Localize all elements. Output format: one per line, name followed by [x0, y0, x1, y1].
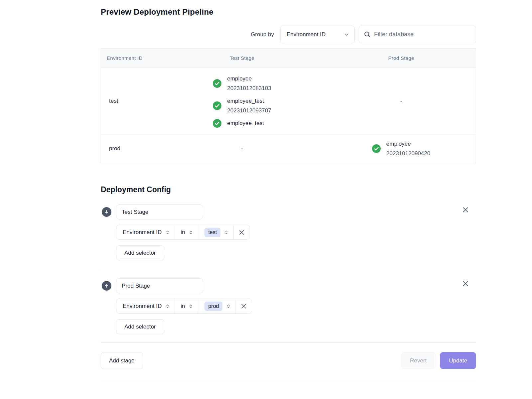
- database-version: 20231012093707: [227, 106, 271, 115]
- database-item[interactable]: employee 20231012083103: [213, 74, 271, 93]
- database-version: 20231012083103: [227, 83, 271, 93]
- deployment-config-title: Deployment Config: [101, 185, 476, 194]
- database-item[interactable]: employee_test: [213, 118, 264, 128]
- filter-database-box: [359, 26, 476, 43]
- add-selector-button[interactable]: Add selector: [116, 245, 164, 260]
- update-button[interactable]: Update: [440, 352, 476, 369]
- prod-stage-cell-empty: -: [327, 68, 476, 134]
- footer-actions: Add stage Revert Update: [101, 352, 476, 369]
- success-check-icon: [213, 119, 221, 128]
- database-list: employee 20231012090420: [372, 139, 430, 158]
- database-list: employee 20231012083103 employee_test 20…: [213, 74, 271, 128]
- group-by-label: Group by: [251, 31, 274, 38]
- filter-database-input[interactable]: [374, 31, 471, 38]
- config-footer-divider: [101, 342, 476, 343]
- database-name: employee_test: [227, 118, 264, 128]
- selector-row: Environment ID in test: [116, 225, 250, 240]
- stage-name-input[interactable]: [116, 204, 203, 219]
- prod-stage-cell: employee 20231012090420: [327, 134, 476, 163]
- chevron-updown-icon: [165, 304, 170, 309]
- remove-selector-button[interactable]: [233, 225, 250, 239]
- success-check-icon: [213, 79, 221, 88]
- selector-operator-select[interactable]: in: [175, 225, 198, 239]
- page-bottom-divider: [101, 381, 476, 381]
- pipeline-table-header: Environment ID Test Stage Prod Stage: [101, 49, 476, 68]
- add-stage-button[interactable]: Add stage: [101, 352, 143, 369]
- database-name: employee: [386, 139, 430, 149]
- column-header-environment-id: Environment ID: [101, 49, 158, 67]
- remove-stage-button[interactable]: [461, 205, 470, 214]
- search-icon: [364, 31, 371, 38]
- database-item[interactable]: employee_test 20231012093707: [213, 96, 271, 115]
- selector-value-badge: prod: [204, 302, 222, 311]
- close-icon: [240, 303, 247, 310]
- database-name: employee_test: [227, 96, 271, 106]
- success-check-icon: [213, 101, 221, 110]
- selector-value-select[interactable]: test: [198, 225, 233, 239]
- environment-id-cell: prod: [101, 134, 158, 163]
- close-icon: [238, 229, 245, 236]
- revert-button[interactable]: Revert: [401, 352, 436, 369]
- selector-operator-select[interactable]: in: [175, 299, 198, 313]
- table-controls: Group by Environment ID: [101, 26, 476, 43]
- arrow-down-circle-icon: [102, 207, 111, 217]
- environment-id-cell: test: [101, 68, 158, 134]
- database-name: employee: [227, 74, 271, 83]
- selector-value-select[interactable]: prod: [198, 299, 235, 313]
- column-header-test-stage: Test Stage: [158, 49, 327, 67]
- chevron-updown-icon: [188, 230, 194, 235]
- table-row: prod - employee 20231012090420: [101, 134, 476, 163]
- selector-key-select[interactable]: Environment ID: [116, 299, 175, 313]
- chevron-down-icon: [343, 31, 350, 38]
- remove-stage-button[interactable]: [461, 279, 470, 288]
- chevron-updown-icon: [224, 230, 229, 235]
- remove-selector-button[interactable]: [235, 299, 252, 313]
- test-stage-cell: employee 20231012083103 employee_test 20…: [158, 68, 327, 134]
- table-row: test employee 20231012083103: [101, 68, 476, 134]
- pipeline-table: Environment ID Test Stage Prod Stage tes…: [101, 48, 476, 163]
- test-stage-cell-empty: -: [158, 134, 327, 163]
- group-by-select[interactable]: Environment ID: [280, 26, 355, 43]
- selector-row: Environment ID in prod: [116, 299, 252, 314]
- stage-config-prod: Environment ID in prod: [101, 278, 476, 334]
- group-by-selected-value: Environment ID: [287, 31, 326, 38]
- add-selector-button[interactable]: Add selector: [116, 319, 164, 334]
- chevron-updown-icon: [165, 230, 170, 235]
- stage-divider: [101, 269, 476, 269]
- success-check-icon: [372, 144, 381, 153]
- stage-config-test: Environment ID in test: [101, 204, 476, 260]
- database-item[interactable]: employee 20231012090420: [372, 139, 430, 158]
- selector-key-select[interactable]: Environment ID: [116, 225, 175, 239]
- arrow-up-circle-icon: [102, 281, 111, 291]
- main-content: Preview Deployment Pipeline Group by Env…: [101, 0, 476, 381]
- chevron-updown-icon: [188, 304, 194, 309]
- selector-value-badge: test: [204, 228, 220, 237]
- column-header-prod-stage: Prod Stage: [327, 49, 476, 67]
- page-title: Preview Deployment Pipeline: [101, 7, 476, 17]
- chevron-updown-icon: [226, 304, 231, 309]
- database-version: 20231012090420: [386, 149, 430, 158]
- stage-name-input[interactable]: [116, 278, 203, 293]
